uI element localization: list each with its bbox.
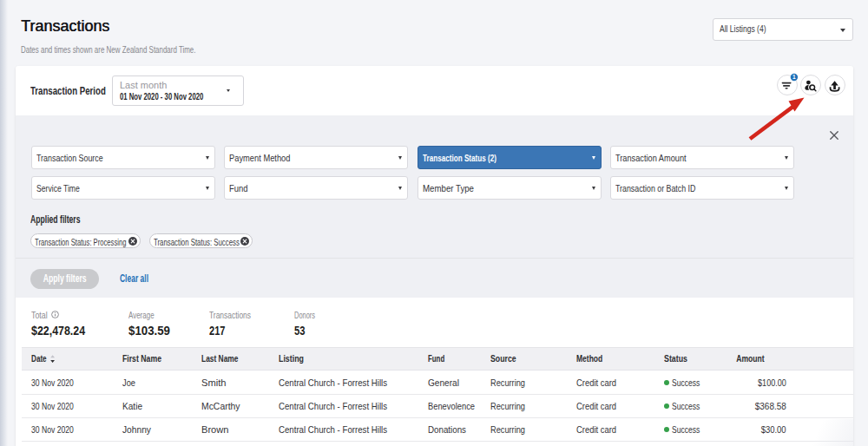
svg-text:1: 1 [792, 74, 796, 80]
